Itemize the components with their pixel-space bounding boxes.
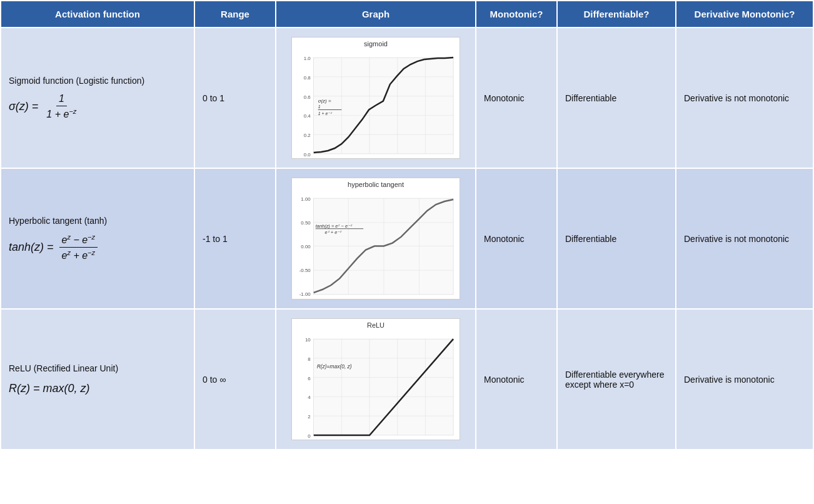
sigmoid-graph-container: sigmoid bbox=[291, 37, 460, 159]
sigmoid-formula: σ(z) = 1 1 + e−z bbox=[9, 93, 186, 120]
table-row: Hyperbolic tangent (tanh) tanh(z) = ez −… bbox=[1, 168, 813, 309]
svg-text:4: 4 bbox=[308, 395, 311, 400]
svg-text:0.2: 0.2 bbox=[304, 133, 311, 138]
svg-text:0.6: 0.6 bbox=[304, 94, 311, 100]
svg-text:0.00: 0.00 bbox=[379, 298, 389, 300]
svg-text:eᶻ + e⁻ᶻ: eᶻ + e⁻ᶻ bbox=[325, 229, 343, 235]
relu-graph-title: ReLU bbox=[292, 319, 460, 329]
range-sigmoid: 0 to 1 bbox=[194, 28, 276, 168]
sigmoid-graph-title: sigmoid bbox=[292, 38, 460, 48]
relu-name: ReLU (Rectified Linear Unit) bbox=[9, 363, 186, 373]
tanh-graph-title: hyperbolic tangent bbox=[292, 178, 460, 188]
range-relu: 0 to ∞ bbox=[194, 309, 276, 450]
activation-sigmoid: Sigmoid function (Logistic function) σ(z… bbox=[1, 28, 194, 168]
header-range: Range bbox=[194, 1, 276, 28]
sigmoid-graph-svg: 1.0 0.8 0.6 0.4 0.2 0.0 -10 -5 0 5 10 bbox=[292, 48, 460, 159]
relu-graph-svg: 10 8 6 4 2 0 -10 -5 0 5 10 bbox=[292, 329, 460, 440]
activation-relu: ReLU (Rectified Linear Unit) R(z) = max(… bbox=[1, 309, 194, 450]
svg-text:0: 0 bbox=[368, 157, 371, 159]
differentiable-tanh: Differentiable bbox=[557, 168, 676, 309]
graph-sigmoid: sigmoid bbox=[276, 28, 476, 168]
relu-formula: R(z) = max(0, z) bbox=[9, 382, 186, 395]
svg-text:-5: -5 bbox=[339, 438, 344, 440]
deriv-mono-tanh: Derivative is not monotonic bbox=[676, 168, 813, 309]
svg-text:5: 5 bbox=[396, 157, 399, 159]
svg-rect-44 bbox=[314, 339, 453, 435]
svg-text:2: 2 bbox=[308, 414, 311, 420]
svg-text:1: 1 bbox=[318, 104, 321, 109]
svg-text:1 + e⁻ᶻ: 1 + e⁻ᶻ bbox=[318, 111, 333, 116]
relu-graph-container: ReLU 10 8 bbox=[291, 318, 460, 440]
graph-tanh: hyperbolic tangent 1.00 0.50 bbox=[276, 168, 476, 309]
monotonic-tanh: Monotonic bbox=[476, 168, 557, 309]
svg-text:-0.50: -0.50 bbox=[299, 268, 311, 273]
range-relu-text: 0 to ∞ bbox=[203, 375, 226, 385]
table-row: ReLU (Rectified Linear Unit) R(z) = max(… bbox=[1, 309, 813, 450]
svg-text:R(z)=max(0, z): R(z)=max(0, z) bbox=[317, 363, 352, 370]
svg-text:10: 10 bbox=[305, 337, 311, 343]
svg-text:1.0: 1.0 bbox=[304, 56, 311, 61]
tanh-graph-svg: 1.00 0.50 0.00 -0.50 -1.00 -4.00 -2.00 0… bbox=[292, 188, 460, 300]
deriv-mono-relu: Derivative is monotonic bbox=[676, 309, 813, 450]
header-deriv-mono: Derivative Monotonic? bbox=[676, 1, 813, 28]
differentiable-relu: Differentiable everywhere except where x… bbox=[557, 309, 676, 450]
svg-text:tanh(z) = eᶻ − e⁻ᶻ: tanh(z) = eᶻ − e⁻ᶻ bbox=[316, 223, 353, 229]
range-tanh: -1 to 1 bbox=[194, 168, 276, 309]
tanh-graph-container: hyperbolic tangent 1.00 0.50 bbox=[291, 178, 460, 300]
svg-text:4.00: 4.00 bbox=[448, 298, 458, 300]
header-differentiable: Differentiable? bbox=[557, 1, 676, 28]
header-graph: Graph bbox=[276, 1, 476, 28]
deriv-mono-sigmoid: Derivative is not monotonic bbox=[676, 28, 813, 168]
svg-text:-1.00: -1.00 bbox=[299, 291, 311, 297]
svg-text:-4.00: -4.00 bbox=[308, 298, 320, 300]
svg-text:10: 10 bbox=[423, 157, 428, 159]
svg-text:0: 0 bbox=[368, 438, 371, 440]
activation-tanh: Hyperbolic tangent (tanh) tanh(z) = ez −… bbox=[1, 168, 194, 309]
graph-relu: ReLU 10 8 bbox=[276, 309, 476, 450]
svg-rect-0 bbox=[314, 58, 453, 154]
activation-functions-table: Activation function Range Graph Monotoni… bbox=[0, 0, 814, 450]
svg-text:0.4: 0.4 bbox=[304, 113, 311, 119]
differentiable-sigmoid: Differentiable bbox=[557, 28, 676, 168]
svg-text:-2.00: -2.00 bbox=[343, 298, 354, 300]
svg-text:0.50: 0.50 bbox=[301, 220, 311, 226]
svg-text:σ(z) =: σ(z) = bbox=[318, 98, 331, 104]
svg-text:1.00: 1.00 bbox=[301, 196, 311, 202]
activation-name: Sigmoid function (Logistic function) bbox=[9, 76, 186, 86]
svg-text:0.8: 0.8 bbox=[304, 75, 311, 81]
svg-text:-10: -10 bbox=[310, 157, 318, 159]
monotonic-sigmoid: Monotonic bbox=[476, 28, 557, 168]
table-row: Sigmoid function (Logistic function) σ(z… bbox=[1, 28, 813, 168]
svg-text:0.00: 0.00 bbox=[301, 244, 311, 250]
svg-text:6: 6 bbox=[308, 376, 311, 381]
svg-text:10: 10 bbox=[423, 438, 428, 440]
header-activation: Activation function bbox=[1, 1, 194, 28]
tanh-name: Hyperbolic tangent (tanh) bbox=[9, 216, 186, 226]
svg-text:2.00: 2.00 bbox=[415, 298, 425, 300]
monotonic-relu: Monotonic bbox=[476, 309, 557, 450]
svg-text:5: 5 bbox=[396, 438, 399, 440]
svg-text:8: 8 bbox=[308, 356, 311, 362]
tanh-formula: tanh(z) = ez − e−z ez + e−z bbox=[9, 233, 186, 262]
header-monotonic: Monotonic? bbox=[476, 1, 557, 28]
svg-text:-10: -10 bbox=[310, 438, 318, 440]
svg-text:-5: -5 bbox=[339, 157, 344, 159]
